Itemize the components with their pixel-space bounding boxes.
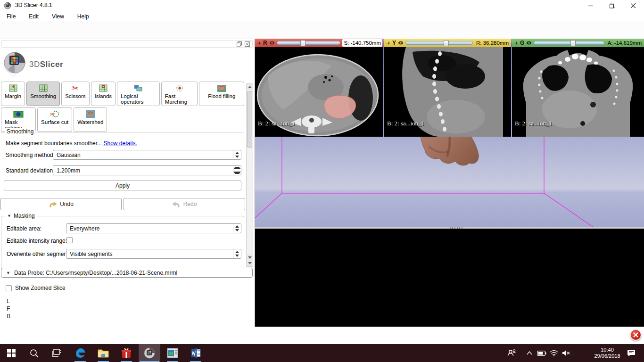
slice-caption: B: 2: sa...ion_1 bbox=[515, 120, 552, 127]
slice-offset-slider[interactable] bbox=[405, 41, 473, 45]
slider-handle[interactable] bbox=[444, 40, 449, 46]
float-panel-icon[interactable] bbox=[237, 41, 242, 47]
green-slice-controller[interactable]: G A: -14.619mm bbox=[512, 39, 644, 47]
combo-spinner[interactable] bbox=[233, 224, 241, 233]
show-details-link[interactable]: Show details. bbox=[103, 140, 137, 147]
flood-filling-icon bbox=[216, 83, 227, 93]
smoothing-method-label: Smoothing method: bbox=[6, 152, 55, 158]
undo-button[interactable]: Undo bbox=[0, 198, 122, 210]
people-tray-icon[interactable] bbox=[504, 344, 520, 362]
combo-spinner[interactable] bbox=[233, 150, 241, 159]
scroll-up-button[interactable] bbox=[247, 83, 253, 90]
overwrite-label: Overwrite other segments: bbox=[7, 251, 73, 257]
green-slice-image[interactable]: B: 2: sa...ion_1 bbox=[512, 47, 644, 137]
slicer-taskbar-icon[interactable] bbox=[139, 344, 160, 362]
pushpin-icon[interactable] bbox=[257, 41, 261, 45]
surface-cut-icon: ✂ bbox=[50, 109, 60, 119]
visibility-eye-icon[interactable] bbox=[398, 41, 404, 45]
yellow-slice-image[interactable]: B: 2: sa...ion_1 bbox=[384, 47, 511, 137]
effect-surface-cut-button[interactable]: ✂ Surface cut bbox=[37, 107, 72, 132]
show-zoomed-checkbox[interactable] bbox=[6, 285, 12, 291]
panel-scrollbar[interactable] bbox=[246, 83, 253, 261]
title-bar: 3D Slicer 4.8.1 bbox=[0, 0, 644, 11]
effect-logical-operators-button[interactable]: Logical operators bbox=[117, 82, 160, 106]
effect-flood-filling-button[interactable]: Flood filling bbox=[199, 82, 244, 106]
data-probe-header[interactable]: ▼ Data Probe: C:/Users/msepty/Desktop/..… bbox=[1, 268, 253, 278]
slice-offset-slider[interactable] bbox=[534, 41, 604, 45]
yellow-slice-view[interactable]: Y R: 36.280mm bbox=[384, 39, 511, 137]
effect-fast-marching-button[interactable]: Fast Marching bbox=[161, 82, 198, 106]
smoothing-method-combo[interactable]: Gaussian bbox=[53, 150, 241, 160]
redo-button[interactable]: Redo bbox=[124, 198, 245, 210]
slice-offset-value: R: 36.280mm bbox=[475, 39, 510, 47]
view-area: 1 bbox=[255, 39, 644, 327]
minimize-button[interactable] bbox=[580, 0, 602, 11]
red-slice-image[interactable]: B: 2: sa...ion_1 bbox=[255, 47, 383, 137]
yellow-slice-controller[interactable]: Y R: 36.280mm bbox=[384, 39, 511, 47]
undo-icon bbox=[49, 201, 57, 208]
masking-group-title[interactable]: ▼ Masking bbox=[5, 213, 37, 219]
taskbar-search-button[interactable] bbox=[23, 344, 45, 362]
menu-file[interactable]: File bbox=[0, 13, 22, 20]
start-button[interactable] bbox=[0, 344, 22, 362]
overwrite-combo[interactable]: Visible segments bbox=[66, 249, 241, 259]
slider-handle[interactable] bbox=[570, 40, 576, 46]
recorder-stop-button[interactable] bbox=[630, 329, 642, 341]
menu-bar: File Edit View Help bbox=[0, 11, 644, 21]
task-view-button[interactable] bbox=[46, 344, 67, 362]
pushpin-icon[interactable] bbox=[514, 41, 518, 45]
slice-offset-value: A: -14.619mm bbox=[606, 39, 643, 47]
spinbox-arrows[interactable] bbox=[233, 166, 241, 175]
stddev-spinbox[interactable]: 1.200mm bbox=[53, 165, 241, 175]
green-slice-view[interactable]: G A: -14.619mm bbox=[512, 39, 644, 137]
visibility-eye-icon[interactable] bbox=[526, 41, 532, 45]
file-explorer-taskbar-icon[interactable] bbox=[92, 344, 114, 362]
redo-icon bbox=[172, 201, 181, 208]
red-slice-controller[interactable]: R S: -140.750mm bbox=[255, 39, 383, 47]
slice-caption: B: 2: sa...ion_1 bbox=[258, 120, 295, 127]
visibility-eye-icon[interactable] bbox=[269, 41, 275, 45]
slicer-logo bbox=[2, 49, 29, 80]
apply-button[interactable]: Apply bbox=[4, 181, 241, 190]
red-slice-view[interactable]: R S: -140.750mm bbox=[255, 39, 383, 137]
probe-axis-l: L bbox=[7, 298, 10, 304]
effect-scissors-button[interactable]: ✂ Scissors bbox=[61, 82, 89, 106]
close-panel-icon[interactable] bbox=[245, 41, 250, 47]
edge-taskbar-icon[interactable] bbox=[69, 344, 91, 362]
effect-islands-button[interactable]: Islands bbox=[91, 82, 116, 106]
effect-margin-button[interactable]: Margin bbox=[1, 82, 25, 106]
slicer-app-icon bbox=[4, 2, 11, 9]
slicer-logo-text: 3DSlicer bbox=[29, 60, 63, 69]
word-taskbar-icon[interactable] bbox=[185, 344, 206, 362]
clock[interactable]: 10:40 29/06/2018 bbox=[587, 347, 627, 359]
svg-text:✂: ✂ bbox=[50, 111, 55, 118]
view-splitter[interactable] bbox=[255, 227, 644, 229]
intensity-range-checkbox[interactable] bbox=[66, 237, 73, 243]
gift-app-taskbar-icon[interactable] bbox=[116, 344, 137, 362]
stddev-label: Standard deviation: bbox=[6, 167, 54, 174]
slider-handle[interactable] bbox=[300, 40, 305, 46]
menu-view[interactable]: View bbox=[45, 13, 71, 20]
pushpin-icon[interactable] bbox=[386, 41, 390, 45]
effect-watershed-button[interactable]: Watershed bbox=[74, 107, 107, 132]
volume-muted-tray-icon[interactable] bbox=[559, 344, 573, 362]
editable-area-combo[interactable]: Everywhere bbox=[66, 223, 241, 233]
menu-edit[interactable]: Edit bbox=[22, 13, 45, 20]
image-viewer-taskbar-icon[interactable] bbox=[162, 344, 183, 362]
slice-letter: R bbox=[263, 40, 267, 46]
scroll-down-button-2[interactable] bbox=[246, 260, 253, 267]
effects-toolbox: Margin Smoothing ✂ Scissors Islands Logi… bbox=[1, 82, 244, 133]
close-button[interactable] bbox=[623, 0, 644, 11]
action-center-icon[interactable] bbox=[623, 344, 639, 362]
mask-volume-icon bbox=[13, 109, 24, 119]
scrollbar-thumb[interactable] bbox=[247, 91, 252, 148]
menu-help[interactable]: Help bbox=[71, 13, 96, 20]
show-zoomed-slice-row: Show Zoomed Slice bbox=[6, 285, 66, 291]
collapse-triangle-icon: ▼ bbox=[7, 214, 11, 218]
data-probe-title: Data Probe: C:/Users/msepty/Desktop/...2… bbox=[14, 270, 177, 276]
combo-spinner[interactable] bbox=[233, 249, 241, 258]
effect-smoothing-button[interactable]: Smoothing bbox=[26, 82, 60, 106]
panel-title-bar bbox=[1, 40, 253, 48]
slice-offset-slider[interactable] bbox=[277, 41, 341, 45]
restore-button[interactable] bbox=[602, 0, 623, 11]
